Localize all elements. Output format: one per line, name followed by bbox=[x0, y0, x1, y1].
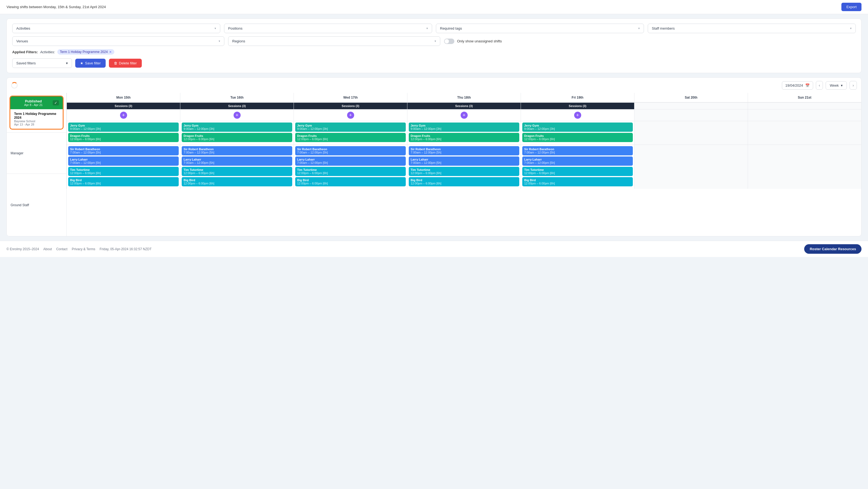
chevron-down-icon: ▾ bbox=[66, 61, 68, 65]
active-filter-tag: Term 1 Holiday Programme 2024 ✕ bbox=[57, 49, 114, 55]
ground-staff-role-label: Ground Staff bbox=[7, 174, 66, 236]
manager-shifts-mon: Jerry Gym 9:00am – 12:00pm [3h] Dragon F… bbox=[66, 121, 180, 145]
sessions-wed: Sessions (3) bbox=[293, 102, 407, 109]
filter-row-2: Venues ▾ Regions ▾ Only show unassigned … bbox=[12, 36, 856, 46]
sessions-sat bbox=[634, 102, 748, 109]
sessions-tue: Sessions (3) bbox=[180, 102, 293, 109]
shift-dragon-fruits-wed[interactable]: Dragon Fruits 12:00pm – 6:00pm [6h] bbox=[295, 133, 406, 142]
shift-tim-tue[interactable]: Tim Tutortime 12:00pm – 6:00pm [6h] bbox=[182, 167, 292, 176]
shift-bigbird-fri[interactable]: Big Bird 12:00pm – 6:00pm [6h] bbox=[522, 177, 633, 186]
required-tags-dropdown[interactable]: Required tags ▾ bbox=[436, 24, 644, 33]
calendar-grid: Mon 15th Tue 16th Wed 17th Thu 18th Fri … bbox=[66, 93, 861, 236]
privacy-link[interactable]: Privacy & Terms bbox=[72, 247, 95, 251]
copyright: © Enrolmy 2015–2024 bbox=[6, 247, 39, 251]
manager-shifts-thu: Jerry Gym 9:00am – 12:00pm [3h] Dragon F… bbox=[407, 121, 521, 145]
roster-calendar-resources-button[interactable]: Roster Calendar Resources bbox=[804, 244, 862, 254]
export-button[interactable]: Export bbox=[841, 3, 862, 11]
star-icon: ★ bbox=[80, 61, 83, 65]
add-button-row: + + + + + bbox=[66, 109, 861, 121]
shift-larry-thu[interactable]: Larry Laharr 7:00am – 12:00pm [5h] bbox=[409, 156, 519, 166]
shift-tim-thu[interactable]: Tim Tutortime 12:00pm – 6:00pm [6h] bbox=[409, 167, 519, 176]
shift-larry-tue[interactable]: Larry Laharr 7:00am – 12:00pm [5h] bbox=[182, 156, 292, 166]
chevron-down-icon: ▾ bbox=[850, 27, 852, 30]
footer-links: About Contact Privacy & Terms bbox=[43, 247, 95, 251]
add-btn-tue: + bbox=[180, 109, 293, 121]
regions-dropdown[interactable]: Regions ▾ bbox=[228, 36, 440, 46]
shift-bigbird-thu[interactable]: Big Bird 12:00pm – 6:00pm [6h] bbox=[409, 177, 519, 186]
shift-bigbird-wed[interactable]: Big Bird 12:00pm – 6:00pm [6h] bbox=[295, 177, 406, 186]
toggle-knob bbox=[444, 39, 449, 43]
chevron-down-icon: ▾ bbox=[215, 27, 216, 30]
sessions-mon: Sessions (3) bbox=[66, 102, 180, 109]
add-btn-mon: + bbox=[66, 109, 180, 121]
manager-shifts-wed: Jerry Gym 9:00am – 12:00pm [3h] Dragon F… bbox=[293, 121, 407, 145]
shift-jerry-gym-thu[interactable]: Jerry Gym 9:00am – 12:00pm [3h] bbox=[409, 123, 519, 132]
shift-robert-mon[interactable]: Sir Robert Baratheon 7:00am – 12:00pm [5… bbox=[68, 146, 179, 155]
manager-role-label: Manager bbox=[7, 132, 66, 174]
about-link[interactable]: About bbox=[43, 247, 52, 251]
published-checkmark: ✓ bbox=[53, 100, 59, 105]
shift-jerry-gym-wed[interactable]: Jerry Gym 9:00am – 12:00pm [3h] bbox=[295, 123, 406, 132]
day-header-wed: Wed 17th bbox=[293, 93, 407, 102]
ground-shifts-mon: Sir Robert Baratheon 7:00am – 12:00pm [5… bbox=[66, 145, 180, 189]
activities-dropdown[interactable]: Activities ▾ bbox=[12, 24, 220, 33]
ground-shifts-tue: Sir Robert Baratheon 7:00am – 12:00pm [5… bbox=[180, 145, 293, 189]
ground-shifts-sun bbox=[748, 145, 861, 189]
view-mode-dropdown[interactable]: Week ▾ bbox=[826, 81, 847, 90]
shift-robert-wed[interactable]: Sir Robert Baratheon 7:00am – 12:00pm [5… bbox=[295, 146, 406, 155]
delete-filter-button[interactable]: 🗑 Delete filter bbox=[109, 59, 142, 68]
trash-icon: 🗑 bbox=[114, 61, 117, 65]
day-header-mon: Mon 15th bbox=[66, 93, 180, 102]
shift-larry-fri[interactable]: Larry Laharr 7:00am – 12:00pm [5h] bbox=[522, 156, 633, 166]
manager-shifts-sat bbox=[634, 121, 748, 145]
venues-dropdown[interactable]: Venues ▾ bbox=[12, 36, 224, 46]
ground-shifts-thu: Sir Robert Baratheon 7:00am – 12:00pm [5… bbox=[407, 145, 521, 189]
shift-bigbird-tue[interactable]: Big Bird 12:00pm – 6:00pm [6h] bbox=[182, 177, 292, 186]
saved-filters-dropdown[interactable]: Saved filters ▾ bbox=[12, 58, 72, 68]
prev-week-button[interactable]: ‹ bbox=[816, 81, 823, 90]
add-btn-wed: + bbox=[293, 109, 407, 121]
activity-card-info: Term 1 Holiday Programme 2024 Bayview Sc… bbox=[10, 109, 63, 129]
shift-tim-fri[interactable]: Tim Tutortime 12:00pm – 6:00pm [6h] bbox=[522, 167, 633, 176]
save-filter-button[interactable]: ★ Save filter bbox=[75, 59, 106, 68]
ground-shifts-row: Sir Robert Baratheon 7:00am – 12:00pm [5… bbox=[66, 145, 861, 189]
shift-tim-mon[interactable]: Tim Tutortime 12:00pm – 6:00pm [6h] bbox=[68, 167, 179, 176]
day-header-sat: Sat 20th bbox=[634, 93, 748, 102]
shift-robert-tue[interactable]: Sir Robert Baratheon 7:00am – 12:00pm [5… bbox=[182, 146, 292, 155]
date-picker[interactable]: 19/04/2024 📅 bbox=[782, 81, 813, 90]
add-shift-wed[interactable]: + bbox=[347, 112, 354, 119]
contact-link[interactable]: Contact bbox=[56, 247, 67, 251]
next-week-button[interactable]: › bbox=[849, 81, 857, 90]
add-btn-sun bbox=[748, 109, 861, 121]
calendar-toolbar: 19/04/2024 📅 ‹ Week ▾ › bbox=[7, 78, 861, 93]
shift-bigbird-mon[interactable]: Big Bird 12:00pm – 6:00pm [6h] bbox=[68, 177, 179, 186]
add-shift-fri[interactable]: + bbox=[574, 112, 581, 119]
shift-dragon-fruits-mon[interactable]: Dragon Fruits 12:00pm – 6:00pm [6h] bbox=[68, 133, 179, 142]
shift-jerry-gym-mon[interactable]: Jerry Gym 9:00am – 12:00pm [3h] bbox=[68, 123, 179, 132]
add-shift-thu[interactable]: + bbox=[461, 112, 468, 119]
remove-filter-icon[interactable]: ✕ bbox=[109, 50, 112, 54]
add-btn-thu: + bbox=[407, 109, 521, 121]
add-shift-mon[interactable]: + bbox=[120, 112, 127, 119]
positions-dropdown[interactable]: Positions ▾ bbox=[224, 24, 432, 33]
shift-dragon-fruits-tue[interactable]: Dragon Fruits 12:00pm – 6:00pm [6h] bbox=[182, 133, 292, 142]
day-header-thu: Thu 18th bbox=[407, 93, 521, 102]
add-shift-tue[interactable]: + bbox=[234, 112, 241, 119]
shift-tim-wed[interactable]: Tim Tutortime 12:00pm – 6:00pm [6h] bbox=[295, 167, 406, 176]
chevron-down-icon: ▾ bbox=[219, 39, 220, 43]
calendar-body: Published Apr 8 - Apr 21 ✓ Term 1 Holida… bbox=[7, 93, 861, 236]
manager-shifts-sun bbox=[748, 121, 861, 145]
shift-jerry-gym-fri[interactable]: Jerry Gym 9:00am – 12:00pm [3h] bbox=[522, 123, 633, 132]
unassigned-toggle[interactable] bbox=[444, 38, 454, 44]
shift-dragon-fruits-fri[interactable]: Dragon Fruits 12:00pm – 6:00pm [6h] bbox=[522, 133, 633, 142]
staff-members-dropdown[interactable]: Staff members ▾ bbox=[648, 24, 856, 33]
shift-larry-mon[interactable]: Larry Laharr 7:00am – 12:00pm [5h] bbox=[68, 156, 179, 166]
shift-robert-fri[interactable]: Sir Robert Baratheon 7:00am – 12:00pm [5… bbox=[522, 146, 633, 155]
shift-robert-thu[interactable]: Sir Robert Baratheon 7:00am – 12:00pm [5… bbox=[409, 146, 519, 155]
shift-dragon-fruits-thu[interactable]: Dragon Fruits 12:00pm – 6:00pm [6h] bbox=[409, 133, 519, 142]
shift-jerry-gym-tue[interactable]: Jerry Gym 9:00am – 12:00pm [3h] bbox=[182, 123, 292, 132]
add-btn-sat bbox=[634, 109, 748, 121]
chevron-down-icon: ▾ bbox=[426, 27, 428, 30]
shift-larry-wed[interactable]: Larry Laharr 7:00am – 12:00pm [5h] bbox=[295, 156, 406, 166]
manager-shifts-fri: Jerry Gym 9:00am – 12:00pm [3h] Dragon F… bbox=[521, 121, 634, 145]
